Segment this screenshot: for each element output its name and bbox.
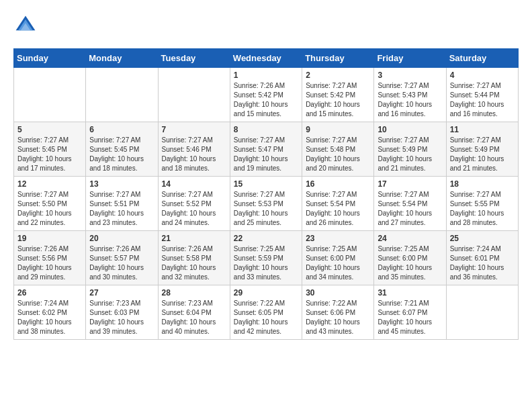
day-info: Sunrise: 7:22 AM Sunset: 6:06 PM Dayligh…: [306, 299, 370, 336]
calendar-week-row: 12Sunrise: 7:27 AM Sunset: 5:50 PM Dayli…: [14, 177, 519, 231]
calendar-cell: 29Sunrise: 7:22 AM Sunset: 6:05 PM Dayli…: [230, 285, 302, 340]
calendar-cell: 10Sunrise: 7:27 AM Sunset: 5:49 PM Dayli…: [374, 122, 446, 177]
day-number: 15: [234, 179, 298, 189]
day-number: 29: [234, 288, 298, 298]
day-info: Sunrise: 7:25 AM Sunset: 5:59 PM Dayligh…: [234, 244, 298, 282]
day-number: 30: [306, 288, 370, 298]
day-info: Sunrise: 7:26 AM Sunset: 5:42 PM Dayligh…: [234, 81, 298, 119]
day-info: Sunrise: 7:26 AM Sunset: 5:56 PM Dayligh…: [17, 244, 82, 282]
day-info: Sunrise: 7:27 AM Sunset: 5:42 PM Dayligh…: [306, 81, 370, 119]
day-number: 16: [306, 179, 370, 189]
calendar-cell: 25Sunrise: 7:24 AM Sunset: 6:01 PM Dayli…: [446, 231, 518, 285]
logo-icon: [13, 13, 38, 38]
calendar-cell: 15Sunrise: 7:27 AM Sunset: 5:53 PM Dayli…: [230, 177, 302, 231]
day-info: Sunrise: 7:27 AM Sunset: 5:54 PM Dayligh…: [378, 190, 442, 228]
day-info: Sunrise: 7:27 AM Sunset: 5:49 PM Dayligh…: [378, 136, 442, 173]
day-info: Sunrise: 7:27 AM Sunset: 5:43 PM Dayligh…: [378, 81, 442, 119]
calendar-cell: 16Sunrise: 7:27 AM Sunset: 5:54 PM Dayli…: [302, 177, 374, 231]
day-number: 5: [17, 125, 82, 134]
calendar-cell: 23Sunrise: 7:25 AM Sunset: 6:00 PM Dayli…: [302, 231, 374, 285]
day-number: 18: [450, 179, 515, 189]
day-info: Sunrise: 7:24 AM Sunset: 6:01 PM Dayligh…: [450, 244, 515, 282]
calendar-cell: 17Sunrise: 7:27 AM Sunset: 5:54 PM Dayli…: [374, 177, 446, 231]
day-number: 27: [89, 288, 154, 298]
day-info: Sunrise: 7:27 AM Sunset: 5:55 PM Dayligh…: [450, 190, 515, 228]
logo: [13, 13, 40, 38]
weekday-header: Saturday: [446, 49, 518, 68]
day-number: 12: [17, 179, 82, 189]
day-number: 24: [378, 234, 442, 243]
weekday-header: Monday: [86, 49, 158, 68]
day-number: 20: [89, 234, 154, 243]
calendar-table: SundayMondayTuesdayWednesdayThursdayFrid…: [13, 48, 519, 340]
calendar-cell: 21Sunrise: 7:26 AM Sunset: 5:58 PM Dayli…: [158, 231, 230, 285]
weekday-header: Wednesday: [230, 49, 302, 68]
calendar-cell: 12Sunrise: 7:27 AM Sunset: 5:50 PM Dayli…: [14, 177, 86, 231]
day-info: Sunrise: 7:27 AM Sunset: 5:54 PM Dayligh…: [306, 190, 370, 228]
calendar-cell: 2Sunrise: 7:27 AM Sunset: 5:42 PM Daylig…: [302, 68, 374, 122]
calendar-cell: 22Sunrise: 7:25 AM Sunset: 5:59 PM Dayli…: [230, 231, 302, 285]
day-info: Sunrise: 7:27 AM Sunset: 5:45 PM Dayligh…: [89, 136, 154, 173]
calendar-cell: 5Sunrise: 7:27 AM Sunset: 5:45 PM Daylig…: [14, 122, 86, 177]
day-info: Sunrise: 7:27 AM Sunset: 5:53 PM Dayligh…: [234, 190, 298, 228]
calendar-week-row: 1Sunrise: 7:26 AM Sunset: 5:42 PM Daylig…: [14, 68, 519, 122]
calendar-cell: [14, 68, 86, 122]
day-number: 4: [450, 71, 515, 80]
day-info: Sunrise: 7:24 AM Sunset: 6:02 PM Dayligh…: [17, 299, 82, 336]
day-info: Sunrise: 7:27 AM Sunset: 5:49 PM Dayligh…: [450, 136, 515, 173]
day-info: Sunrise: 7:22 AM Sunset: 6:05 PM Dayligh…: [234, 299, 298, 336]
day-info: Sunrise: 7:27 AM Sunset: 5:51 PM Dayligh…: [89, 190, 154, 228]
calendar-cell: 27Sunrise: 7:23 AM Sunset: 6:03 PM Dayli…: [86, 285, 158, 340]
day-info: Sunrise: 7:27 AM Sunset: 5:46 PM Dayligh…: [162, 136, 226, 173]
calendar-cell: [158, 68, 230, 122]
page-header: [13, 13, 519, 38]
day-number: 11: [450, 125, 515, 134]
day-info: Sunrise: 7:27 AM Sunset: 5:52 PM Dayligh…: [162, 190, 226, 228]
day-info: Sunrise: 7:27 AM Sunset: 5:48 PM Dayligh…: [306, 136, 370, 173]
calendar-cell: 26Sunrise: 7:24 AM Sunset: 6:02 PM Dayli…: [14, 285, 86, 340]
weekday-header: Friday: [374, 49, 446, 68]
day-number: 21: [162, 234, 226, 243]
day-number: 10: [378, 125, 442, 134]
day-number: 13: [89, 179, 154, 189]
calendar-cell: 13Sunrise: 7:27 AM Sunset: 5:51 PM Dayli…: [86, 177, 158, 231]
day-number: 3: [378, 71, 442, 80]
day-number: 6: [89, 125, 154, 134]
day-info: Sunrise: 7:27 AM Sunset: 5:44 PM Dayligh…: [450, 81, 515, 119]
day-number: 9: [306, 125, 370, 134]
day-number: 1: [234, 71, 298, 80]
calendar-week-row: 26Sunrise: 7:24 AM Sunset: 6:02 PM Dayli…: [14, 285, 519, 340]
calendar-cell: 6Sunrise: 7:27 AM Sunset: 5:45 PM Daylig…: [86, 122, 158, 177]
calendar-cell: 28Sunrise: 7:23 AM Sunset: 6:04 PM Dayli…: [158, 285, 230, 340]
day-info: Sunrise: 7:27 AM Sunset: 5:47 PM Dayligh…: [234, 136, 298, 173]
day-number: 7: [162, 125, 226, 134]
calendar-cell: [446, 285, 518, 340]
calendar-cell: 19Sunrise: 7:26 AM Sunset: 5:56 PM Dayli…: [14, 231, 86, 285]
day-number: 19: [17, 234, 82, 243]
day-number: 14: [162, 179, 226, 189]
calendar-cell: 9Sunrise: 7:27 AM Sunset: 5:48 PM Daylig…: [302, 122, 374, 177]
calendar-cell: 20Sunrise: 7:26 AM Sunset: 5:57 PM Dayli…: [86, 231, 158, 285]
day-number: 25: [450, 234, 515, 243]
day-info: Sunrise: 7:23 AM Sunset: 6:03 PM Dayligh…: [89, 299, 154, 336]
calendar-cell: 8Sunrise: 7:27 AM Sunset: 5:47 PM Daylig…: [230, 122, 302, 177]
calendar-cell: 30Sunrise: 7:22 AM Sunset: 6:06 PM Dayli…: [302, 285, 374, 340]
day-number: 31: [378, 288, 442, 298]
weekday-header: Tuesday: [158, 49, 230, 68]
day-info: Sunrise: 7:26 AM Sunset: 5:58 PM Dayligh…: [162, 244, 226, 282]
day-info: Sunrise: 7:23 AM Sunset: 6:04 PM Dayligh…: [162, 299, 226, 336]
day-number: 26: [17, 288, 82, 298]
calendar-cell: 24Sunrise: 7:25 AM Sunset: 6:00 PM Dayli…: [374, 231, 446, 285]
calendar-cell: 31Sunrise: 7:21 AM Sunset: 6:07 PM Dayli…: [374, 285, 446, 340]
calendar-cell: [86, 68, 158, 122]
weekday-header: Sunday: [14, 49, 86, 68]
day-info: Sunrise: 7:27 AM Sunset: 5:50 PM Dayligh…: [17, 190, 82, 228]
day-info: Sunrise: 7:21 AM Sunset: 6:07 PM Dayligh…: [378, 299, 442, 336]
calendar-week-row: 19Sunrise: 7:26 AM Sunset: 5:56 PM Dayli…: [14, 231, 519, 285]
day-info: Sunrise: 7:25 AM Sunset: 6:00 PM Dayligh…: [378, 244, 442, 282]
day-number: 8: [234, 125, 298, 134]
calendar-week-row: 5Sunrise: 7:27 AM Sunset: 5:45 PM Daylig…: [14, 122, 519, 177]
day-number: 22: [234, 234, 298, 243]
calendar-cell: 7Sunrise: 7:27 AM Sunset: 5:46 PM Daylig…: [158, 122, 230, 177]
day-info: Sunrise: 7:25 AM Sunset: 6:00 PM Dayligh…: [306, 244, 370, 282]
